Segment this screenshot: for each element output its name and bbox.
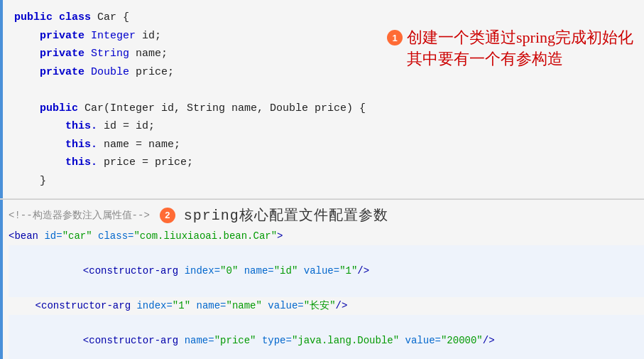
this-2: this. xyxy=(65,136,97,154)
close-brace: } xyxy=(40,172,46,191)
this-1: this. xyxy=(65,117,97,136)
xml-attr-name2: name= xyxy=(190,297,226,315)
code-line-6: public Car(Integer id, String name, Doub… xyxy=(14,100,644,118)
indent-7 xyxy=(14,117,65,136)
type-double: Double xyxy=(91,63,129,82)
code-line-7: this. id = id; xyxy=(14,117,644,136)
xml-comment: <!--构造器参数注入属性值--> xyxy=(9,209,150,222)
code-line-9: this. price = price; xyxy=(14,154,644,172)
xml-attr-id: id= xyxy=(44,227,62,245)
xml-tag-ca1-close: /> xyxy=(357,265,369,277)
xml-tag-ca1: <constructor-arg xyxy=(83,265,185,277)
xml-attr-value1: value= xyxy=(298,265,339,277)
xml-tag-ca2: <constructor-arg xyxy=(36,297,137,315)
xml-line-1: <bean id="car" class="com.liuxiaoai.bean… xyxy=(9,227,644,245)
xml-val-id: "car" xyxy=(62,227,92,245)
xml-tag-bean-open: <bean xyxy=(9,227,44,245)
keyword-private-2: private xyxy=(40,45,91,63)
xml-val-value3: "20000" xyxy=(441,335,483,346)
xml-attr-class: class= xyxy=(92,227,134,245)
xml-block: <bean id="car" class="com.liuxiaoai.bean… xyxy=(0,227,644,359)
xml-tag-ca3-close: /> xyxy=(483,335,495,346)
annotation-1-text1: 创建一个类通过spring完成初始化 xyxy=(407,27,633,48)
xml-attr-name1: name= xyxy=(238,265,273,277)
xml-val-index1: "0" xyxy=(220,265,238,277)
indent-4 xyxy=(14,63,40,82)
code-line-5 xyxy=(14,81,644,100)
field-id: id; xyxy=(136,27,161,45)
indent-8 xyxy=(14,136,65,154)
xml-attr-name3: name= xyxy=(185,335,214,346)
annotation-2-row: <!--构造器参数注入属性值--> 2 spring核心配置文件配置参数 xyxy=(0,205,644,225)
this-3: this. xyxy=(65,154,97,172)
indent-xml-2 xyxy=(11,297,36,315)
xml-tag-ca2-close: /> xyxy=(336,297,348,315)
code-section-bottom: <!--构造器参数注入属性值--> 2 spring核心配置文件配置参数 <be… xyxy=(0,200,644,359)
indent-xml-1 xyxy=(59,265,83,277)
xml-line-3: <constructor-arg index="1" name="name" v… xyxy=(9,297,644,315)
bubble-2: 2 xyxy=(160,208,175,223)
field-price: price; xyxy=(129,63,174,82)
left-accent-2 xyxy=(0,200,3,359)
constructor-sig: Car(Integer id, String name, Double pric… xyxy=(84,100,366,118)
xml-val-name1: "id" xyxy=(274,265,298,277)
bubble-1: 1 xyxy=(387,30,403,45)
code-line-10: } xyxy=(14,172,644,191)
keyword-private-3: private xyxy=(40,63,91,82)
field-name: name; xyxy=(129,45,168,63)
xml-line-2: <constructor-arg index="0" name="id" val… xyxy=(9,245,644,298)
xml-val-index2: "1" xyxy=(173,297,190,315)
indent-9 xyxy=(14,154,65,172)
code-line-8: this. name = name; xyxy=(14,136,644,154)
assign-price: price = price; xyxy=(97,154,193,172)
left-accent xyxy=(0,0,3,198)
xml-attr-index1: index= xyxy=(185,265,220,277)
code-section-top: public class Car { private Integer id; p… xyxy=(0,0,644,199)
indent-6 xyxy=(14,100,40,118)
annotation-1-line1: 1 创建一个类通过spring完成初始化 xyxy=(387,27,633,48)
xml-attr-value2: value= xyxy=(262,297,304,315)
main-container: public class Car { private Integer id; p… xyxy=(0,0,644,359)
xml-val-type: "java.lang.Double" xyxy=(292,335,399,346)
keyword-public: public xyxy=(14,9,59,27)
xml-tag-bean-close-bracket: > xyxy=(277,227,283,245)
xml-val-value2: "长安" xyxy=(304,297,336,315)
annotation-2-text: spring核心配置文件配置参数 xyxy=(184,205,388,225)
keyword-class: class xyxy=(59,9,97,27)
type-integer: Integer xyxy=(91,27,136,45)
annotation-1-line2: 其中要有一个有参构造 xyxy=(407,48,563,70)
xml-val-class: "com.liuxiaoai.bean.Car" xyxy=(133,227,277,245)
keyword-public-2: public xyxy=(40,100,84,118)
assign-name: name = name; xyxy=(97,136,180,154)
assign-id: id = id; xyxy=(97,117,155,136)
annotation-1-block: 1 创建一个类通过spring完成初始化 其中要有一个有参构造 xyxy=(387,27,633,70)
indent-xml-3 xyxy=(59,335,83,346)
xml-attr-index2: index= xyxy=(136,297,172,315)
indent-2 xyxy=(14,27,40,45)
type-string: String xyxy=(91,45,129,63)
class-name: Car { xyxy=(97,9,129,27)
xml-tag-ca3: <constructor-arg xyxy=(83,335,185,346)
code-line-1: public class Car { xyxy=(14,9,644,27)
xml-val-name3: "price" xyxy=(214,335,256,346)
xml-attr-value3: value= xyxy=(399,335,441,346)
xml-val-value1: "1" xyxy=(339,265,357,277)
indent-3 xyxy=(14,45,40,63)
keyword-private-1: private xyxy=(40,27,91,45)
xml-val-name2: "name" xyxy=(227,297,262,315)
indent-10 xyxy=(14,172,40,191)
xml-line-4: <constructor-arg name="price" type="java… xyxy=(9,315,644,360)
xml-attr-type: type= xyxy=(256,335,291,346)
